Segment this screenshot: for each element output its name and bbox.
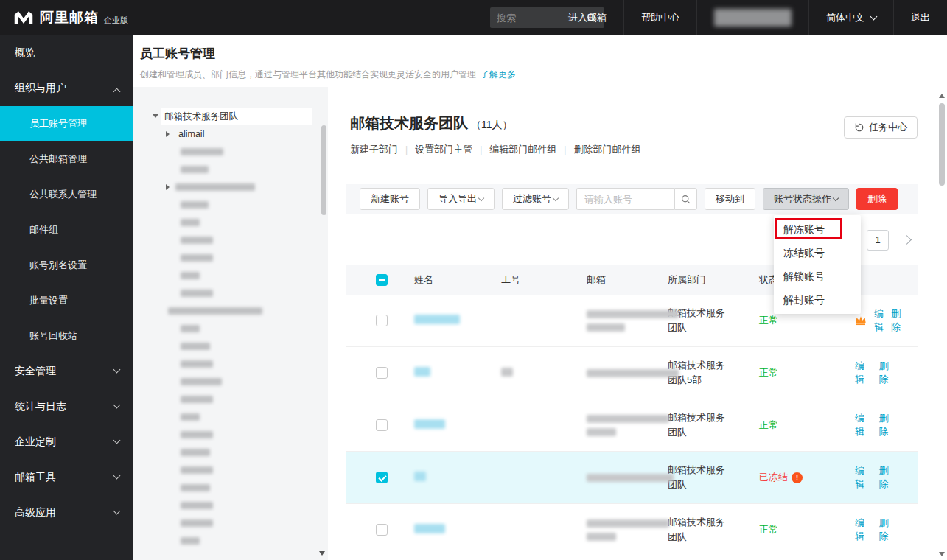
delete-button[interactable]: 删除: [856, 188, 898, 210]
sidebar-item-3[interactable]: 员工账号管理: [0, 106, 133, 141]
account-menu[interactable]: [696, 0, 808, 35]
row-select-cell: [346, 315, 402, 326]
tree-node-4[interactable]: [133, 161, 328, 178]
row-checkbox[interactable]: [376, 367, 388, 379]
tree-node-redacted: [181, 378, 222, 385]
help-center-button[interactable]: 帮助中心: [623, 0, 696, 35]
move-to-button[interactable]: 移动到: [705, 188, 755, 210]
tree-node-17[interactable]: [133, 391, 328, 408]
tree-node-7[interactable]: [133, 214, 328, 231]
scroll-up-icon[interactable]: [939, 94, 945, 98]
edit-link[interactable]: 编辑: [855, 517, 872, 543]
sidebar-item-14[interactable]: 高级应用: [0, 495, 133, 531]
caret-collapsed-icon[interactable]: [166, 184, 170, 190]
status-cell: 正常: [747, 523, 843, 536]
learn-more-link[interactable]: 了解更多: [481, 69, 516, 80]
row-checkbox[interactable]: [376, 524, 388, 536]
chevron-down-icon: [478, 195, 484, 200]
new-account-button[interactable]: 新建账号: [360, 188, 420, 210]
tree-node-2[interactable]: alimail: [133, 125, 328, 143]
menu-item-unfreeze-account[interactable]: 解冻账号: [774, 217, 861, 241]
tree-node-23[interactable]: [133, 497, 328, 514]
tree-node-14[interactable]: [133, 337, 328, 355]
tree-scroll-down-icon[interactable]: [319, 551, 325, 556]
tree-node-20[interactable]: [133, 444, 328, 461]
delete-link[interactable]: 删除: [879, 517, 896, 543]
sidebar-item-10[interactable]: 安全管理: [0, 354, 133, 389]
dept-action-2[interactable]: 设置部门主管: [415, 143, 472, 156]
tree-node-8[interactable]: [133, 231, 328, 249]
scroll-down-icon[interactable]: [939, 552, 945, 556]
department-actions: 新建子部门|设置部门主管|编辑部门邮件组|删除部门邮件组: [350, 143, 640, 156]
task-center-button[interactable]: 任务中心: [844, 116, 918, 139]
edit-link[interactable]: 编辑: [874, 307, 884, 334]
tree-node-6[interactable]: [133, 196, 328, 214]
sidebar-item-6[interactable]: 邮件组: [0, 212, 133, 248]
tree-node-24[interactable]: [133, 514, 328, 532]
language-selector[interactable]: 简体中文: [808, 0, 893, 35]
sidebar-item-4[interactable]: 公共邮箱管理: [0, 141, 133, 177]
tree-node-13[interactable]: [133, 320, 328, 337]
enter-mailbox-button[interactable]: 进入邮箱: [551, 0, 623, 35]
tree-node-3[interactable]: [133, 143, 328, 161]
edit-link[interactable]: 编辑: [855, 464, 872, 491]
tree-node-10[interactable]: [133, 267, 328, 284]
sidebar-item-7[interactable]: 账号别名设置: [0, 248, 133, 283]
employee-name-redacted[interactable]: [414, 524, 445, 533]
employee-name-redacted[interactable]: [414, 315, 460, 324]
employee-name-redacted[interactable]: [414, 472, 426, 481]
department-cell: 邮箱技术服务团队: [656, 410, 747, 440]
row-checkbox[interactable]: [376, 472, 388, 483]
row-checkbox[interactable]: [376, 419, 388, 431]
menu-item-unban-account[interactable]: 解封账号: [774, 288, 861, 312]
menu-item-freeze-account[interactable]: 冻结账号: [774, 241, 861, 265]
sidebar-item-12[interactable]: 企业定制: [0, 424, 133, 460]
tree-node-15[interactable]: [133, 355, 328, 373]
status-ops-button[interactable]: 账号状态操作: [763, 188, 849, 210]
delete-link[interactable]: 删除: [879, 464, 896, 491]
sidebar-item-9[interactable]: 账号回收站: [0, 318, 133, 354]
pagination-next-icon[interactable]: [902, 235, 912, 245]
email-redacted: [587, 310, 679, 318]
tree-node-12[interactable]: [133, 302, 328, 320]
menu-item-unlock-account[interactable]: 解锁账号: [774, 265, 861, 288]
edit-link[interactable]: 编辑: [855, 412, 872, 438]
tree-node-16[interactable]: [133, 373, 328, 391]
sidebar-item-2[interactable]: 组织与用户: [0, 71, 133, 106]
tree-node-11[interactable]: [133, 284, 328, 302]
tree-node-1[interactable]: 邮箱技术服务团队: [133, 108, 328, 125]
sidebar-item-13[interactable]: 邮箱工具: [0, 460, 133, 495]
select-all-checkbox[interactable]: [376, 274, 388, 286]
sidebar-item-1[interactable]: 概览: [0, 35, 133, 71]
dept-action-4[interactable]: 删除部门邮件组: [573, 143, 640, 156]
tree-node-21[interactable]: [133, 461, 328, 479]
sidebar-item-11[interactable]: 统计与日志: [0, 389, 133, 424]
tree-node-18[interactable]: [133, 408, 328, 426]
tree-scrollbar-thumb[interactable]: [321, 125, 326, 215]
import-export-button[interactable]: 导入导出: [427, 188, 495, 210]
delete-link[interactable]: 删除: [879, 360, 896, 386]
row-checkbox[interactable]: [376, 315, 388, 326]
account-search-input[interactable]: [576, 188, 674, 210]
sidebar-item-5[interactable]: 公共联系人管理: [0, 177, 133, 212]
dept-action-3[interactable]: 编辑部门邮件组: [489, 143, 556, 156]
delete-link[interactable]: 删除: [891, 307, 901, 334]
pagination-page-1[interactable]: 1: [867, 230, 889, 251]
account-search-button[interactable]: [674, 188, 697, 210]
filter-account-button[interactable]: 过滤账号: [502, 188, 569, 210]
dept-action-1[interactable]: 新建子部门: [350, 143, 398, 156]
tree-node-22[interactable]: [133, 479, 328, 497]
employee-name-redacted[interactable]: [414, 367, 430, 377]
tree-node-19[interactable]: [133, 426, 328, 444]
sidebar-item-8[interactable]: 批量设置: [0, 283, 133, 318]
caret-expanded-icon[interactable]: [153, 114, 158, 118]
logout-button[interactable]: 退出: [893, 0, 947, 35]
caret-collapsed-icon[interactable]: [166, 131, 170, 137]
tree-node-25[interactable]: [133, 532, 328, 550]
page-scrollbar-thumb[interactable]: [939, 103, 945, 186]
employee-name-redacted[interactable]: [414, 419, 445, 429]
tree-node-9[interactable]: [133, 249, 328, 267]
delete-link[interactable]: 删除: [879, 412, 896, 438]
edit-link[interactable]: 编辑: [855, 360, 872, 386]
tree-node-5[interactable]: [133, 178, 328, 196]
